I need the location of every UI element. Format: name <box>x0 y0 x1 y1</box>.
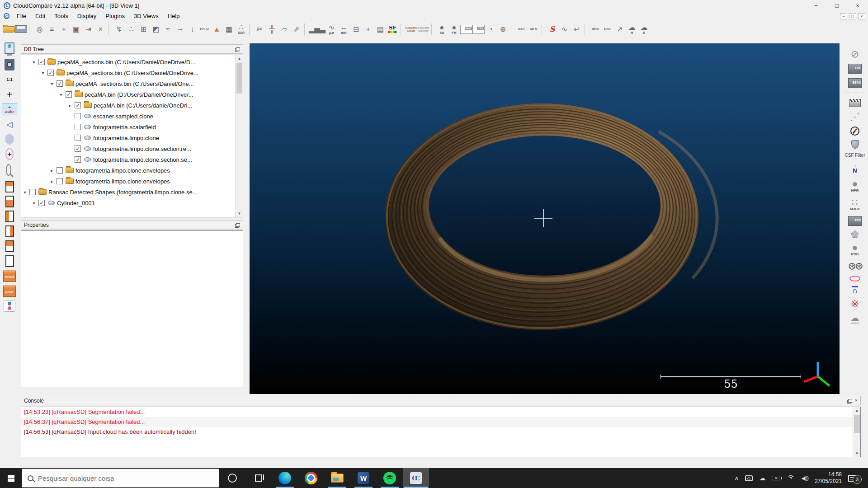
view-left-icon[interactable] <box>5 211 14 222</box>
visibility-checkbox[interactable] <box>57 80 63 87</box>
histogram-icon[interactable]: ▂▅▃ <box>309 23 326 36</box>
visibility-checkbox[interactable] <box>38 59 45 65</box>
3d-viewport[interactable]: 55 <box>250 43 840 394</box>
cloudcompare-taskbar-icon[interactable]: CC <box>403 468 429 488</box>
stereo-glasses-icon[interactable] <box>4 300 15 312</box>
menu-display[interactable]: Display <box>73 12 101 20</box>
octree-icon[interactable]: ⊞ <box>137 23 150 36</box>
merge-icon[interactable]: ⇥ <box>82 23 94 36</box>
visibility-checkbox[interactable] <box>57 178 63 184</box>
task-view-button[interactable] <box>245 468 272 488</box>
sor-filter-icon[interactable]: ∴SOR <box>235 23 247 36</box>
scroll-up-icon[interactable]: ▲ <box>853 407 861 414</box>
view-back-iso-icon[interactable]: BACK <box>3 285 16 297</box>
cloud-arrow-icon[interactable]: ↗ <box>613 23 626 36</box>
canupo-create-icon[interactable]: CANUPOCreate <box>405 23 417 36</box>
tree-item[interactable]: ▸fotogrametria.limpo.clone.envelopes <box>21 176 235 187</box>
level-icon[interactable]: ⇗ <box>290 23 302 36</box>
view-right-icon[interactable] <box>5 225 14 237</box>
scroll-up-icon[interactable]: ▲ <box>236 55 243 62</box>
rotate-view-icon[interactable]: ◁ <box>2 118 17 130</box>
console-scrollbar[interactable]: ▲ ▼ <box>853 407 860 457</box>
visibility-checkbox[interactable] <box>75 156 81 163</box>
segment-icon[interactable]: ↯ <box>113 23 125 36</box>
stat-params-icon[interactable]: ∿μ,σ <box>326 23 338 36</box>
fm-icon[interactable]: ●FM <box>448 23 460 36</box>
zoom-1-1-icon[interactable]: 1:1 <box>2 74 17 85</box>
file-explorer-icon[interactable] <box>324 468 350 488</box>
mls-smooth-icon[interactable]: MLS <box>528 23 540 36</box>
meet-now-icon[interactable] <box>745 475 753 481</box>
onedrive-icon[interactable]: ☁ <box>759 474 765 482</box>
csf-shield-icon[interactable] <box>851 140 859 149</box>
smooth-icon[interactable]: ∼ <box>174 23 186 36</box>
expand-arrow-expanded-icon[interactable]: ▾ <box>30 60 38 65</box>
tree-item[interactable]: ▸peçaMA.bin (C:/Users/danie/OneDri... <box>21 100 235 111</box>
menu-edit[interactable]: Edit <box>31 12 50 20</box>
visibility-checkbox[interactable] <box>75 113 81 119</box>
mdi-close-button[interactable]: × <box>858 13 865 19</box>
sf-colorscale-icon[interactable]: SF <box>387 23 399 36</box>
visibility-checkbox[interactable] <box>75 145 81 152</box>
word-icon[interactable]: W <box>350 468 377 488</box>
compass-icon[interactable] <box>850 127 859 136</box>
visibility-checkbox[interactable] <box>66 91 72 98</box>
menu-file[interactable]: File <box>12 12 31 20</box>
spline-icon[interactable]: ∿ <box>558 23 571 36</box>
menu-3d-views[interactable]: 3D Views <box>129 12 163 20</box>
perspective-icon[interactable] <box>5 133 14 145</box>
properties-list-icon[interactable]: ≡ <box>46 23 58 36</box>
battery-icon[interactable]: ✕ <box>772 476 780 480</box>
gears-icon[interactable]: ⊛⊛ <box>848 261 862 271</box>
tree-item[interactable]: ▸fotogrametria.limpo.clone.envelopes <box>21 165 235 176</box>
tree-item[interactable]: fotogrametria.limpo.clone <box>21 132 235 143</box>
start-button[interactable] <box>0 468 22 488</box>
pan-mode-icon[interactable]: + <box>5 148 14 160</box>
unroll-icon[interactable]: ↩ <box>571 23 583 36</box>
subsample-icon[interactable]: ∴ <box>125 23 137 36</box>
point-picking-icon[interactable]: ↓ <box>186 23 198 36</box>
display-options-icon[interactable] <box>5 42 14 54</box>
ellipse-tool-icon[interactable] <box>849 276 860 282</box>
visibility-checkbox[interactable] <box>75 102 81 108</box>
float-panel-icon[interactable] <box>236 47 240 51</box>
rsd-icon[interactable]: ●RSD <box>851 242 859 256</box>
expand-arrow-collapsed-icon[interactable]: ▸ <box>48 179 56 184</box>
expand-arrow-collapsed-icon[interactable]: ▸ <box>48 168 56 173</box>
scrollbar-thumb[interactable] <box>854 415 860 433</box>
float-panel-icon[interactable] <box>236 223 240 227</box>
spotify-icon[interactable] <box>377 468 403 488</box>
auto-pick-center-icon[interactable]: +auto <box>2 103 17 115</box>
maximize-button[interactable]: □ <box>826 0 847 11</box>
screenshot-icon[interactable] <box>5 59 14 70</box>
kd-tree-icon[interactable]: ●Kd <box>436 23 448 36</box>
point-pair-align-icon[interactable]: CC cc <box>198 23 211 36</box>
view-bottom-icon[interactable] <box>5 255 14 267</box>
normals-compute-icon[interactable]: N+C <box>515 23 528 36</box>
tree-item[interactable]: escaner.sampled.clone <box>21 111 235 122</box>
pick-rotation-center-icon[interactable]: + <box>2 89 17 100</box>
expand-arrow-expanded-icon[interactable]: ▾ <box>48 81 56 86</box>
hpr-icon[interactable]: ●HPR <box>851 178 859 192</box>
open-icon[interactable] <box>3 26 15 33</box>
delete-icon[interactable]: × <box>94 23 107 36</box>
cone-icon[interactable]: ▲ <box>211 23 223 36</box>
menu-plugins[interactable]: Plugins <box>101 12 129 20</box>
expand-arrow-expanded-icon[interactable]: ▾ <box>30 201 38 206</box>
facets-pie-icon[interactable]: ◔ <box>485 23 497 36</box>
clone-icon[interactable]: ▣ <box>70 23 82 36</box>
add-sf-icon[interactable]: + <box>362 23 374 36</box>
tree-item[interactable]: fotogrametria.limpo.clone.section.se... <box>21 154 235 165</box>
tree-item[interactable]: ▾peçaMA.bin (D:/Users/Daniel/OneDrive/..… <box>21 89 235 100</box>
hand-tool-icon[interactable]: ※ <box>851 299 859 309</box>
tree-item[interactable]: fotogrametria.limpo.clone.section.re... <box>21 143 235 154</box>
tree-item[interactable]: ▾Ransac Detected Shapes (fotogrametria.l… <box>21 187 235 197</box>
taskbar-search[interactable] <box>22 469 219 488</box>
tree-item[interactable]: ▾peçaMA_sections.bin (C:/Users/Daniel/On… <box>21 67 235 78</box>
rgb-cloud-icon[interactable]: RGB <box>589 23 601 36</box>
expand-arrow-collapsed-icon[interactable]: ▸ <box>66 103 74 108</box>
animation-clapper-icon[interactable] <box>849 99 861 107</box>
view-back-icon[interactable] <box>5 240 14 252</box>
notification-center-button[interactable]: 3 <box>848 470 863 486</box>
chrome-icon[interactable] <box>298 468 324 488</box>
